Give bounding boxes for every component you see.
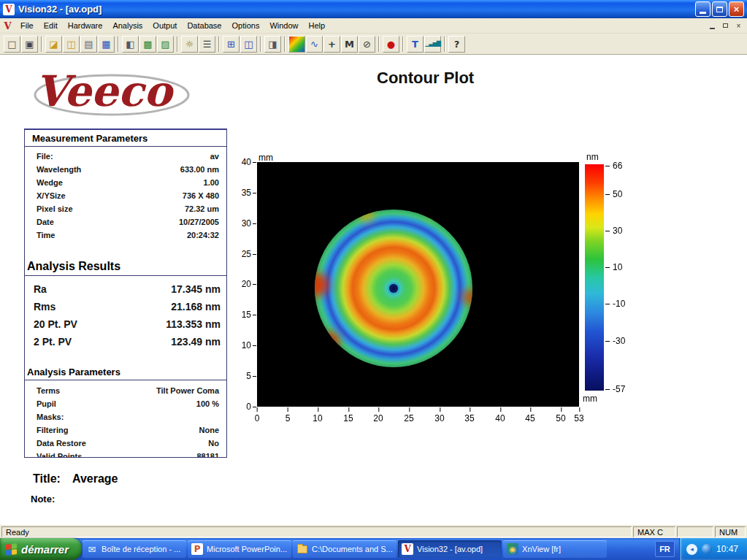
param-row: Data RestoreNo: [25, 437, 226, 450]
hide-icons-chevron-icon[interactable]: [686, 544, 697, 555]
toolbar-separator: [41, 37, 42, 52]
param-label: Wedge: [37, 177, 63, 188]
x-tick-label: 0: [255, 413, 260, 423]
document-title-value: Average: [72, 472, 118, 485]
param-row: File:av: [25, 150, 226, 163]
close-button[interactable]: ×: [729, 1, 744, 17]
param-row: Pixel size72.32 um: [25, 202, 226, 215]
maximize-button[interactable]: [712, 1, 727, 17]
menu-analysis[interactable]: Analysis: [107, 19, 148, 32]
param-value: 100 %: [196, 399, 219, 409]
save-icon[interactable]: ▦: [98, 36, 115, 53]
taskbar-item-powerpoint[interactable]: Microsoft PowerPoin...: [188, 540, 291, 558]
contour-plot[interactable]: [257, 162, 579, 407]
param-value: 1.00: [204, 177, 219, 188]
contour-plot-icon[interactable]: [288, 36, 305, 53]
colorbar-tick-label: 66: [613, 161, 622, 171]
param-value: 88181: [196, 451, 219, 458]
result-value: 113.353 nm: [166, 318, 221, 330]
x-tick-label: 35: [464, 413, 474, 423]
y-tick-label: 30: [226, 218, 251, 229]
profile-plot-icon[interactable]: ∿: [306, 36, 323, 53]
print-icon[interactable]: ▤: [80, 36, 97, 53]
colorbar-tick-label: -10: [613, 299, 625, 309]
open-icon[interactable]: ◪: [45, 36, 62, 53]
taskbar-item-xnview[interactable]: XnView [fr]: [503, 540, 607, 558]
document-title: Title:Average: [33, 472, 118, 486]
text-tool-icon[interactable]: T: [407, 36, 424, 53]
result-label: 2 Pt. PV: [34, 336, 72, 348]
param-value: Tilt Power Coma: [156, 386, 219, 396]
menu-file[interactable]: File: [15, 19, 39, 32]
taskbar-item-vision32[interactable]: Vision32 - [av.opd]: [398, 540, 502, 558]
colorbar-tick-label: -30: [613, 336, 625, 346]
document-note-label: Note:: [31, 494, 55, 505]
menu-bar: V File Edit Hardware Analysis Output Dat…: [0, 18, 747, 34]
status-message: Ready: [1, 526, 632, 537]
param-label: X/YSize: [37, 191, 66, 201]
param-value: No: [208, 438, 219, 448]
new-database-icon[interactable]: ▣: [21, 36, 38, 53]
taskbar-item-explorer[interactable]: C:\Documents and S...: [293, 540, 397, 558]
filter-icon[interactable]: ☼: [181, 36, 198, 53]
x-tick-label: 53: [574, 413, 583, 423]
record-icon[interactable]: ●: [383, 36, 399, 53]
align-icon[interactable]: ☰: [199, 36, 215, 53]
copy-page-icon[interactable]: ◧: [122, 36, 139, 53]
xnview-icon: [507, 543, 518, 555]
status-cell-blank: [677, 526, 713, 537]
taskbar-item-inbox[interactable]: Boîte de réception - ...: [83, 540, 186, 558]
result-row: Ra17.345 nm: [25, 280, 226, 298]
param-label: File:: [37, 151, 53, 161]
param-row: Date10/27/2005: [25, 215, 226, 229]
menu-window[interactable]: Window: [264, 19, 303, 32]
dataset-alt-icon[interactable]: ▨: [157, 36, 174, 53]
x-tick-label: 45: [525, 413, 535, 423]
mdi-minimize-button[interactable]: [706, 20, 719, 31]
y-tick-label: 40: [226, 157, 251, 167]
contour-plot-image: [257, 162, 579, 407]
menu-edit[interactable]: Edit: [39, 19, 63, 32]
y-tick-label: 10: [226, 340, 251, 350]
exclude-icon[interactable]: ⊘: [359, 36, 375, 53]
minimize-button[interactable]: [695, 1, 710, 17]
mask-icon[interactable]: M: [341, 36, 358, 53]
y-axis-unit: mm: [258, 153, 273, 163]
veeco-logo: Veeco: [29, 61, 196, 120]
table-icon[interactable]: ⊞: [223, 36, 240, 53]
param-label: Filtering: [37, 425, 68, 435]
param-label: Masks:: [37, 412, 64, 422]
param-label: Date: [37, 217, 54, 227]
param-label: Terms: [37, 386, 60, 396]
param-row: Wavelength633.00 nm: [25, 163, 226, 176]
menu-help[interactable]: Help: [304, 19, 331, 32]
histogram-icon[interactable]: ▁▃▅▇: [424, 36, 441, 53]
analysis-results-heading: Analysis Results: [25, 256, 226, 276]
duplicate-icon[interactable]: ◨: [264, 36, 281, 53]
help-icon[interactable]: ?: [448, 36, 465, 53]
language-indicator[interactable]: FR: [655, 541, 675, 557]
start-button[interactable]: démarrer: [0, 538, 82, 560]
report-page: Veeco Contour Plot Measurement Parameter…: [0, 55, 747, 524]
crosshair-icon[interactable]: +: [323, 36, 340, 53]
mdi-restore-button[interactable]: [719, 20, 732, 31]
param-value: None: [199, 425, 220, 435]
table-alt-icon[interactable]: ◫: [240, 36, 257, 53]
param-row: Valid Points88181: [25, 450, 226, 458]
export-icon[interactable]: ◫: [63, 36, 80, 53]
menu-database[interactable]: Database: [182, 19, 226, 32]
menu-options[interactable]: Options: [226, 19, 264, 32]
mdi-close-button[interactable]: ×: [732, 20, 745, 31]
menu-output[interactable]: Output: [148, 19, 182, 32]
dataset-icon[interactable]: ▩: [139, 36, 156, 53]
result-value: 17.345 nm: [171, 283, 221, 295]
clock: 10:47: [716, 544, 738, 554]
y-tick-label: 15: [226, 310, 251, 320]
vision32-icon: [402, 543, 413, 555]
new-document-icon[interactable]: □: [4, 36, 20, 53]
x-tick-label: 5: [286, 413, 291, 423]
menu-hardware[interactable]: Hardware: [63, 19, 108, 32]
result-label: Rms: [34, 301, 55, 312]
result-value: 123.49 nm: [171, 336, 221, 348]
tray-app-icon[interactable]: [702, 544, 712, 554]
